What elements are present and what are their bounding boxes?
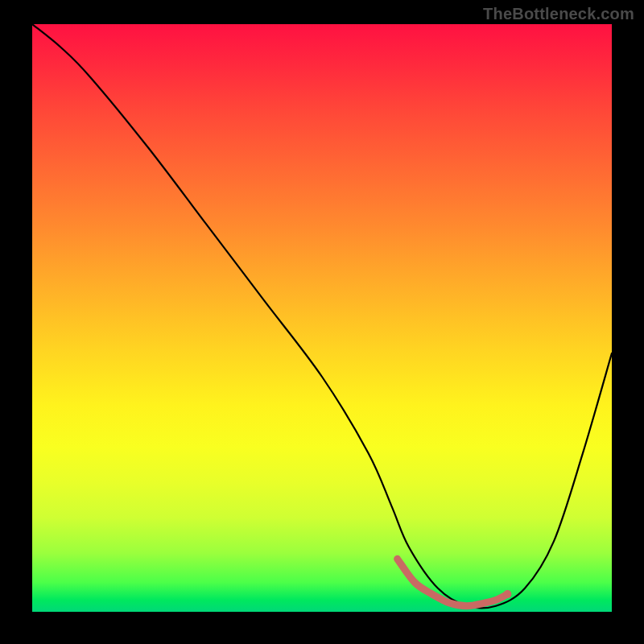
- watermark-text: TheBottleneck.com: [483, 5, 634, 23]
- bottleneck-curve: [32, 24, 612, 608]
- highlight-end-dot: [503, 590, 511, 598]
- plot-area: [32, 24, 612, 612]
- curve-layer: [32, 24, 612, 612]
- chart-frame: TheBottleneck.com: [0, 0, 644, 644]
